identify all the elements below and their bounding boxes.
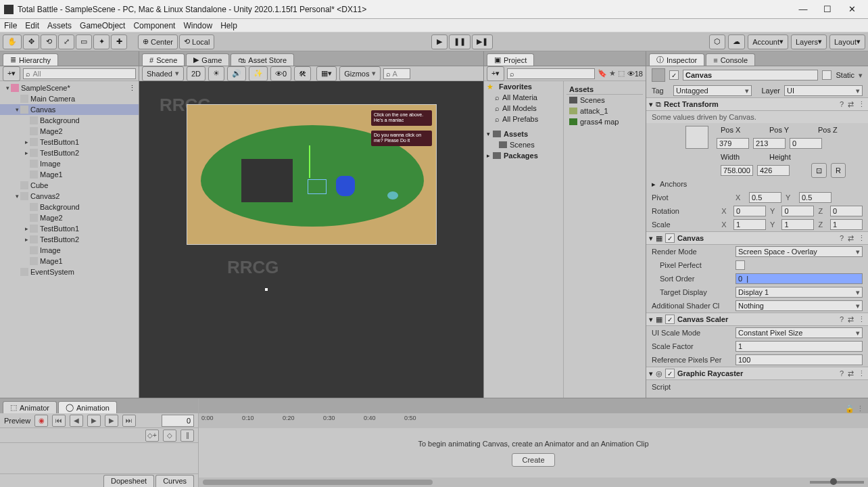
grid-toggle[interactable]: ▦▾ xyxy=(316,66,337,81)
panel-lock-icon[interactable]: 🔒 ⋮ xyxy=(845,404,864,413)
gizmos-dropdown[interactable]: Gizmos xyxy=(339,66,381,81)
transform-tool-button[interactable]: ✦ xyxy=(93,34,110,49)
hierarchy-item[interactable]: ▾Canvas2 xyxy=(0,191,139,202)
target-display-dropdown[interactable]: Display 1 xyxy=(736,287,863,298)
blueprint-button[interactable]: ⊡ xyxy=(811,163,827,178)
custom-tool-button[interactable]: ✚ xyxy=(111,34,127,49)
dopesheet-tab[interactable]: Dopesheet xyxy=(103,475,154,487)
ui-scale-mode-dropdown[interactable]: Constant Pixel Size xyxy=(736,327,863,338)
filter-icons[interactable]: 🔖 ★ ⬚ xyxy=(598,69,625,78)
menu-icon[interactable]: ⋮ xyxy=(858,369,865,378)
hierarchy-item[interactable]: Mage2 xyxy=(0,212,139,223)
pivot-x-input[interactable]: 0.5 xyxy=(749,192,781,203)
menu-help[interactable]: Help xyxy=(220,21,237,30)
project-create-dropdown[interactable]: +▾ xyxy=(487,66,504,81)
first-frame-button[interactable]: ⏮ xyxy=(52,415,66,427)
curves-tab[interactable]: Curves xyxy=(155,475,194,487)
favorites-header[interactable]: ★Favorites xyxy=(484,81,563,92)
scene-menu-icon[interactable]: ⋮ xyxy=(128,84,136,93)
canvas-scaler-header[interactable]: ▾▦ ✓ Canvas Scaler ?⇄⋮ xyxy=(646,312,868,326)
hierarchy-tree[interactable]: ▾SampleScene*⋮Main Camera▾CanvasBackgrou… xyxy=(0,81,139,398)
last-frame-button[interactable]: ⏭ xyxy=(122,415,136,427)
assets-folder[interactable]: ▾Assets xyxy=(484,129,563,139)
scale-z-input[interactable]: 1 xyxy=(830,219,863,230)
layout-dropdown[interactable]: Layout ▾ xyxy=(829,34,865,49)
record-button[interactable]: ◉ xyxy=(34,415,48,427)
preset-icon[interactable]: ⇄ xyxy=(848,315,854,324)
expand-arrow-icon[interactable]: ▸ xyxy=(23,139,30,145)
project-search[interactable]: ⌕ xyxy=(507,68,594,79)
scene-tab[interactable]: #Scene xyxy=(142,53,185,66)
graphic-raycaster-header[interactable]: ▾◎ ✓ Graphic Raycaster ?⇄⋮ xyxy=(646,367,868,380)
hierarchy-item[interactable]: Mage1 xyxy=(0,169,139,180)
posx-input[interactable]: 379 xyxy=(717,138,749,149)
render-mode-dropdown[interactable]: Screen Space - Overlay xyxy=(736,246,863,257)
rect-transform-header[interactable]: ▾⧉ Rect Transform ?⇄⋮ xyxy=(646,97,868,111)
packages-folder[interactable]: ▸Packages xyxy=(484,150,563,161)
expand-arrow-icon[interactable]: ▸ xyxy=(23,149,30,156)
hierarchy-item[interactable]: ▸TestButton2 xyxy=(0,234,139,245)
scenes-folder[interactable]: Scenes xyxy=(484,139,563,150)
add-event-button[interactable]: ◇ xyxy=(163,430,176,442)
expand-arrow-icon[interactable]: ▾ xyxy=(4,85,11,91)
hierarchy-item[interactable]: Mage2 xyxy=(0,126,139,137)
project-folder-tree[interactable]: ★Favorites ⌕All Materia ⌕All Models ⌕All… xyxy=(484,81,564,398)
animation-tab[interactable]: ◯Animation xyxy=(58,401,117,413)
hierarchy-search[interactable]: ⌕All xyxy=(23,68,136,79)
hierarchy-item[interactable]: ▾SampleScene*⋮ xyxy=(0,83,139,93)
hierarchy-item[interactable]: Main Camera xyxy=(0,93,139,104)
help-icon[interactable]: ? xyxy=(840,234,844,243)
layer-dropdown[interactable]: UI xyxy=(784,85,863,96)
help-icon[interactable]: ? xyxy=(840,315,844,324)
hierarchy-item[interactable]: ▸TestButton1 xyxy=(0,137,139,147)
scale-tool-button[interactable]: ⤢ xyxy=(58,34,74,49)
active-checkbox[interactable]: ✓ xyxy=(669,70,679,80)
rot-x-input[interactable]: 0 xyxy=(733,206,766,216)
fav-all-prefabs[interactable]: ⌕All Prefabs xyxy=(484,114,563,124)
scale-y-input[interactable]: 1 xyxy=(781,219,814,230)
fx-toggle[interactable]: ✨ xyxy=(249,66,268,81)
account-dropdown[interactable]: Account ▾ xyxy=(748,34,788,49)
pixel-perfect-checkbox[interactable] xyxy=(736,260,745,270)
fav-all-models[interactable]: ⌕All Models xyxy=(484,103,563,114)
additional-shader-dropdown[interactable]: Nothing xyxy=(736,300,863,311)
asset-store-tab[interactable]: 🛍Asset Store xyxy=(231,53,294,66)
menu-window[interactable]: Window xyxy=(183,21,212,30)
canvas-enabled-checkbox[interactable]: ✓ xyxy=(665,233,675,243)
move-gizmo-y[interactable] xyxy=(309,145,310,178)
menu-icon[interactable]: ⋮ xyxy=(858,315,865,324)
anchor-preset-button[interactable] xyxy=(685,126,708,149)
sort-order-input[interactable]: 0| xyxy=(736,273,863,284)
project-asset-list[interactable]: Assets Scenes attack_1 grass4 map xyxy=(564,81,646,398)
shading-mode-dropdown[interactable]: Shaded xyxy=(142,66,184,81)
scaler-enabled-checkbox[interactable]: ✓ xyxy=(665,315,675,324)
expand-arrow-icon[interactable]: ▾ xyxy=(14,106,20,113)
rot-z-input[interactable]: 0 xyxy=(830,206,863,216)
static-checkbox[interactable] xyxy=(822,70,831,80)
expand-arrow-icon[interactable]: ▸ xyxy=(23,225,30,232)
play-button[interactable]: ▶ xyxy=(431,34,448,49)
scale-x-input[interactable]: 1 xyxy=(733,219,766,230)
preset-icon[interactable]: ⇄ xyxy=(848,369,854,378)
minimize-button[interactable]: — xyxy=(791,1,815,18)
object-name-input[interactable]: Canvas xyxy=(683,70,818,80)
scene-view[interactable]: RRCG RRCG Click on the one above. He's a… xyxy=(139,81,483,398)
menu-edit[interactable]: Edit xyxy=(25,21,39,30)
project-breadcrumb[interactable]: Assets xyxy=(566,84,643,95)
preset-icon[interactable]: ⇄ xyxy=(848,100,854,109)
pivot-y-input[interactable]: 0.5 xyxy=(799,192,831,203)
hierarchy-item[interactable]: ▸TestButton1 xyxy=(0,223,139,234)
maximize-button[interactable]: ☐ xyxy=(815,1,840,18)
posy-input[interactable]: 213 xyxy=(753,138,786,149)
raycaster-enabled-checkbox[interactable]: ✓ xyxy=(665,369,675,378)
hierarchy-item[interactable]: Image xyxy=(0,158,139,169)
animator-tab[interactable]: ⬚Animator xyxy=(3,401,57,413)
next-key-button[interactable]: ▶ xyxy=(105,415,118,427)
rotate-tool-button[interactable]: ⟲ xyxy=(41,34,57,49)
canvas-component-header[interactable]: ▾▦ ✓ Canvas ?⇄⋮ xyxy=(646,231,868,245)
fav-all-materials[interactable]: ⌕All Materia xyxy=(484,92,563,103)
pause-button[interactable]: ❚❚ xyxy=(449,34,471,49)
width-input[interactable]: 758.000 xyxy=(721,165,753,176)
scene-search[interactable]: ⌕A xyxy=(383,68,410,79)
hierarchy-item[interactable]: Mage1 xyxy=(0,256,139,266)
